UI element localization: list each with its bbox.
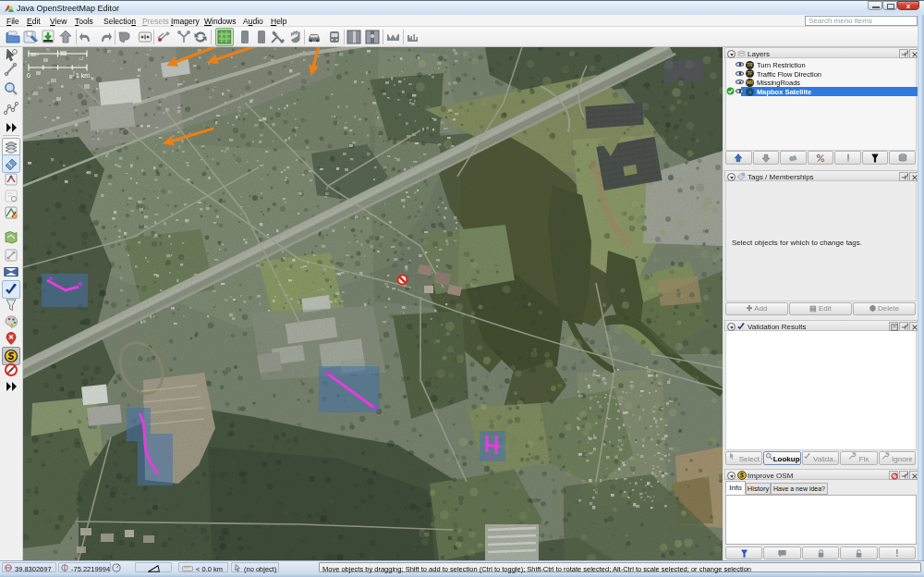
svg-text:0: 0	[27, 72, 30, 79]
svg-text:1 km: 1 km	[76, 72, 90, 79]
